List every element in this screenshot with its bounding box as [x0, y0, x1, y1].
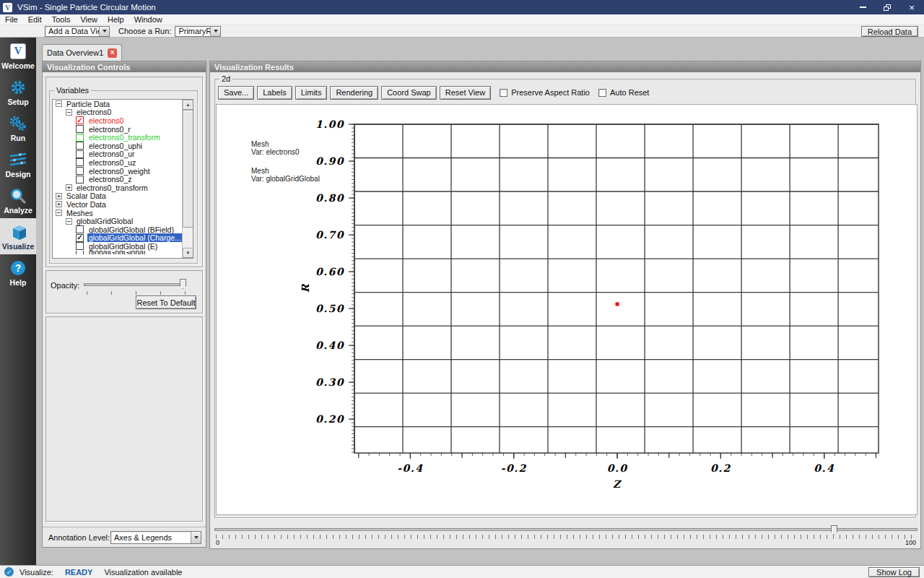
tree-checkbox[interactable]	[76, 142, 84, 150]
preserve-aspect-ratio-checkbox[interactable]: Preserve Aspect Ratio	[500, 88, 590, 97]
tree-item[interactable]: +electrons0_transform	[53, 184, 182, 192]
labels-button[interactable]: Labels	[257, 86, 292, 100]
minimize-button[interactable]	[850, 0, 875, 14]
tree-item[interactable]: globalGridGlobal	[53, 251, 182, 254]
tree-item[interactable]: electrons0_uz	[53, 158, 182, 167]
tree-item[interactable]: +Vector Data	[53, 200, 182, 209]
tree-item[interactable]: electrons0_r	[53, 125, 182, 134]
time-slider-row: 0 100	[214, 526, 918, 548]
collapse-icon[interactable]: −	[56, 210, 62, 216]
tree-item-label: globalGridGlobal	[75, 217, 134, 225]
tree-checkbox[interactable]: ✓	[76, 116, 84, 124]
visualization-controls-panel: Visualization Controls Variables −Partic…	[42, 61, 206, 548]
annotation-level-dropdown[interactable]: Axes & Legends	[110, 531, 201, 544]
tree-item-label: electrons0_weight	[87, 167, 152, 176]
save-button[interactable]: Save...	[218, 86, 254, 100]
restore-icon	[884, 4, 891, 11]
expand-icon[interactable]: +	[56, 193, 62, 199]
close-button[interactable]: ×	[899, 0, 924, 14]
tree-item[interactable]: ✓globalGridGlobal (Charge...	[53, 234, 182, 243]
annotation-row: Annotation Level: Axes & Legends	[43, 527, 206, 548]
tree-item[interactable]: electrons0_uphi	[53, 142, 182, 150]
svg-text:0.0: 0.0	[607, 462, 628, 474]
tree-checkbox[interactable]	[76, 167, 84, 175]
sidebar-item-design[interactable]: Design	[0, 146, 36, 182]
tree-item[interactable]: +Scalar Data	[53, 192, 182, 201]
menu-window[interactable]: Window	[129, 14, 167, 25]
menu-view[interactable]: View	[75, 14, 103, 25]
limits-button[interactable]: Limits	[295, 86, 328, 100]
tree-item[interactable]: electrons0_transform	[53, 133, 182, 142]
sliders-icon	[9, 150, 27, 169]
reload-data-button[interactable]: Reload Data	[861, 26, 918, 37]
tree-checkbox[interactable]	[76, 158, 84, 166]
sidebar-item-setup[interactable]: Setup	[0, 74, 36, 110]
tree-item[interactable]: globalGridGlobal (BField)	[53, 225, 182, 234]
tab-data-overview1[interactable]: Data Overview1 ×	[42, 44, 122, 61]
reset-to-default-button[interactable]: Reset To Default	[136, 296, 196, 309]
tree-checkbox[interactable]	[76, 125, 84, 133]
time-slider-handle[interactable]	[831, 525, 837, 535]
tree-item[interactable]: −globalGridGlobal	[53, 217, 182, 225]
variables-tree: −Particle Data−electrons0✓electrons0elec…	[52, 99, 193, 259]
sidebar-item-analyze[interactable]: Analyze	[0, 182, 36, 218]
reset-view-button[interactable]: Reset View	[440, 86, 491, 100]
sidebar-item-visualize[interactable]: Visualize	[0, 218, 36, 254]
show-log-button[interactable]: Show Log	[868, 567, 920, 577]
opacity-slider-handle[interactable]	[180, 279, 186, 289]
tree-item[interactable]: electrons0_z	[53, 175, 182, 184]
expand-icon[interactable]: +	[56, 201, 62, 207]
scrollbar-thumb[interactable]	[183, 110, 193, 228]
time-slider[interactable]	[214, 528, 918, 531]
tree-checkbox[interactable]	[76, 150, 84, 158]
expand-icon[interactable]: +	[66, 184, 72, 191]
rendering-button[interactable]: Rendering	[330, 86, 378, 100]
svg-text:0.2: 0.2	[710, 462, 731, 474]
tree-item[interactable]: electrons0_ur	[53, 150, 182, 159]
tree-checkbox[interactable]: ✓	[76, 234, 84, 242]
status-state: READY	[65, 568, 93, 577]
svg-text:0.70: 0.70	[315, 229, 344, 241]
add-data-view-dropdown[interactable]: Add a Data View	[45, 26, 110, 37]
collapse-icon[interactable]: −	[66, 109, 72, 116]
tree-item[interactable]: −Meshes	[53, 209, 182, 217]
checkbox-icon	[500, 89, 507, 97]
svg-text:0.50: 0.50	[315, 303, 344, 314]
sidebar-item-welcome[interactable]: VWelcome	[0, 38, 36, 74]
scroll-up-icon[interactable]: ▲	[183, 100, 193, 110]
tree-checkbox[interactable]	[76, 242, 84, 250]
tree-checkbox[interactable]	[76, 134, 84, 142]
tree-scrollbar[interactable]: ▲ ▼	[182, 100, 193, 258]
svg-text:0.4: 0.4	[814, 462, 834, 474]
menu-file[interactable]: File	[0, 14, 23, 25]
tree-item[interactable]: electrons0_weight	[53, 167, 182, 176]
tree-item[interactable]: −Particle Data	[53, 100, 182, 108]
sidebar-item-label: Setup	[7, 98, 28, 106]
restore-button[interactable]	[875, 0, 899, 14]
cube-icon	[9, 223, 27, 241]
plot-canvas[interactable]: 1.000.900.800.700.600.500.400.300.20-0.4…	[216, 104, 918, 515]
menu-help[interactable]: Help	[103, 14, 129, 25]
collapse-icon[interactable]: −	[66, 218, 72, 225]
scroll-down-icon[interactable]: ▼	[183, 248, 193, 258]
tab-close-icon[interactable]: ×	[108, 48, 117, 58]
tree-item[interactable]: −electrons0	[53, 108, 182, 117]
tree-checkbox[interactable]	[76, 225, 84, 233]
sidebar-item-help[interactable]: ?Help	[0, 254, 36, 290]
menu-edit[interactable]: Edit	[23, 14, 47, 25]
vsim-window: V VSim - Single Particle Circular Motion…	[0, 0, 924, 578]
menu-bar: FileEditToolsViewHelpWindow	[0, 14, 924, 25]
tree-item[interactable]: globalGridGlobal (E)	[53, 242, 182, 251]
opacity-slider[interactable]	[84, 283, 186, 286]
tree-item[interactable]: ✓electrons0	[53, 116, 182, 125]
auto-reset-checkbox[interactable]: Auto Reset	[598, 88, 649, 97]
tab-label: Data Overview1	[47, 48, 103, 57]
tree-checkbox[interactable]	[76, 251, 84, 254]
sidebar-item-run[interactable]: Run	[0, 110, 36, 146]
mode-sidebar: VWelcomeSetupRunDesignAnalyzeVisualize?H…	[0, 38, 36, 565]
coord-swap-button[interactable]: Coord Swap	[381, 86, 437, 100]
collapse-icon[interactable]: −	[56, 100, 62, 107]
menu-tools[interactable]: Tools	[47, 14, 76, 25]
tree-checkbox[interactable]	[76, 176, 84, 184]
run-dropdown[interactable]: PrimaryRun	[175, 26, 221, 37]
